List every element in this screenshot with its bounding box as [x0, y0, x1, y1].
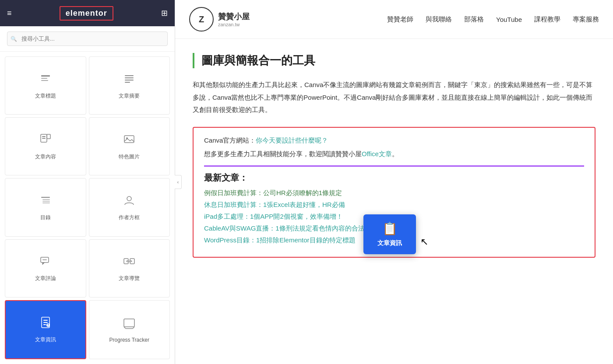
highlight-pre2: 想多更多生產力工具相關技能分享，歡迎閱讀贊贊小屋 [204, 150, 362, 158]
nav-item-部落格[interactable]: 部落格 [464, 15, 484, 24]
search-area [0, 26, 175, 52]
svg-rect-2 [41, 80, 48, 81]
widget-featured-image[interactable]: 特色圖片 [89, 117, 170, 175]
svg-rect-14 [42, 199, 50, 200]
collapse-panel-button[interactable]: ‹ [175, 175, 182, 189]
widget-article-nav[interactable]: 文章導覽 [89, 239, 170, 298]
purple-divider [204, 165, 584, 167]
logo-name: 贊贊小屋 [218, 11, 250, 22]
content-area: Z 贊贊小屋 zanzan.tw 贊贊老師與我聯絡部落格YouTube課程教學專… [175, 0, 613, 364]
article-link-item[interactable]: 休息日加班費計算：1張Excel表超好懂，HR必備 [204, 201, 345, 208]
grid-icon[interactable]: ⊞ [161, 8, 168, 18]
logo-circle: Z [189, 7, 214, 32]
widget-icon-article-info [39, 315, 53, 332]
nav-item-課程教學[interactable]: 課程教學 [534, 15, 560, 24]
elementor-header: ≡ elementor ⊞ [0, 0, 175, 26]
widget-label-article-content: 文章內容 [35, 153, 56, 161]
highlight-line2: 想多更多生產力工具相關技能分享，歡迎閱讀贊贊小屋Office文章。 [204, 150, 584, 158]
hamburger-icon[interactable]: ≡ [7, 9, 12, 18]
widget-label-article-nav: 文章導覽 [119, 275, 140, 282]
widget-article-comments[interactable]: 文章評論 [5, 239, 86, 298]
svg-rect-10 [47, 134, 50, 139]
widget-icon-progress-tracker [122, 316, 136, 333]
svg-rect-24 [43, 320, 48, 321]
svg-rect-0 [41, 75, 50, 77]
site-logo: Z 贊贊小屋 zanzan.tw [189, 7, 250, 32]
svg-rect-11 [124, 136, 134, 143]
widget-label-article-summary: 文章摘要 [119, 92, 140, 100]
highlight-line1: Canva官方網站：你今天要設計些什麼呢？ [204, 136, 584, 145]
widget-label-article-info: 文章資訊 [35, 336, 56, 343]
logo-letter: Z [199, 14, 204, 24]
widget-label-article-title: 文章標題 [35, 92, 56, 100]
widget-label-article-comments: 文章評論 [35, 275, 56, 282]
tooltip-label: 文章資訊 [377, 239, 402, 247]
svg-rect-1 [41, 78, 47, 79]
nav-item-與我聯絡[interactable]: 與我聯絡 [426, 15, 452, 24]
widget-author-box[interactable]: 作者方框 [89, 178, 170, 236]
widget-label-toc: 目錄 [40, 214, 51, 221]
article-title: 圖庫與簡報合一的工具 [193, 53, 595, 68]
widget-icon-article-comments [39, 254, 53, 271]
logo-sub: zanzan.tw [218, 22, 250, 27]
svg-rect-16 [42, 203, 50, 203]
widget-icon-article-title [39, 72, 53, 89]
highlight-post2: 。 [392, 150, 398, 158]
svg-point-17 [127, 196, 131, 201]
tooltip-icon: 📋 [382, 221, 398, 236]
svg-rect-3 [125, 75, 134, 76]
widget-progress-tracker[interactable]: Progress Tracker [89, 300, 170, 359]
widgets-grid: 文章標題 文章摘要 文章內容 特色圖片 目錄 作者方框 文章評論 文章導覽 文章… [0, 52, 175, 364]
svg-rect-19 [42, 259, 47, 260]
widget-label-author-box: 作者方框 [119, 214, 140, 221]
widget-article-content[interactable]: 文章內容 [5, 117, 86, 175]
svg-rect-15 [42, 201, 50, 202]
svg-rect-6 [125, 82, 130, 83]
widget-article-info[interactable]: 文章資訊 [5, 300, 86, 359]
elementor-panel: ≡ elementor ⊞ 文章標題 文章摘要 文章內容 特色圖片 目錄 作者方… [0, 0, 175, 364]
site-header: Z 贊贊小屋 zanzan.tw 贊贊老師與我聯絡部落格YouTube課程教學專… [175, 0, 613, 39]
widget-icon-article-content [39, 133, 53, 150]
widget-icon-article-nav [122, 254, 136, 271]
highlight-link1[interactable]: 你今天要設計些什麼呢？ [256, 136, 328, 144]
svg-rect-5 [125, 80, 134, 80]
highlight-link2[interactable]: Office文章 [362, 150, 392, 158]
widget-article-summary[interactable]: 文章摘要 [89, 56, 170, 115]
svg-rect-25 [43, 322, 48, 323]
nav-item-專案服務[interactable]: 專案服務 [573, 15, 599, 24]
highlight-pre1: Canva官方網站： [204, 136, 256, 144]
widget-icon-featured-image [122, 133, 136, 150]
search-input[interactable] [7, 32, 168, 46]
widget-icon-article-summary [122, 72, 136, 89]
svg-rect-9 [42, 138, 46, 139]
section-title: 最新文章： [204, 172, 584, 184]
nav-item-YouTube[interactable]: YouTube [496, 16, 522, 23]
widget-icon-toc [39, 193, 53, 210]
site-nav: 贊贊老師與我聯絡部落格YouTube課程教學專案服務 [387, 15, 599, 24]
widget-article-title[interactable]: 文章標題 [5, 56, 86, 115]
article-link-item[interactable]: iPad多工處理：1個APP開2個視窗，效率備增！ [204, 213, 343, 220]
widget-toc[interactable]: 目錄 [5, 178, 86, 236]
elementor-logo-box: elementor [60, 6, 113, 21]
article-link-item[interactable]: WordPress目錄：1招排除Elementor目錄的特定標題 [204, 236, 356, 244]
svg-rect-8 [42, 136, 46, 137]
svg-rect-4 [125, 77, 134, 78]
elementor-logo-text: elementor [66, 9, 107, 18]
svg-rect-30 [124, 319, 134, 327]
nav-item-贊贊老師[interactable]: 贊贊老師 [387, 15, 413, 24]
widget-label-featured-image: 特色圖片 [119, 153, 140, 161]
svg-rect-13 [41, 197, 50, 198]
article-body: 和其他類似功能的生產力工具比起來，Canva不像主流的圖庫網站有幾篇文章範例而言… [193, 79, 595, 116]
article-link-item[interactable]: 例假日加班費計算：公司HR必須瞭解的1條規定 [204, 189, 342, 196]
svg-rect-26 [43, 324, 46, 325]
floating-tooltip: 📋 文章資訊 [363, 214, 416, 254]
article-link-item[interactable]: CableAV與SWAG直播：1條刑法規定看色情內容的合法性 [204, 224, 371, 232]
widget-label-progress-tracker: Progress Tracker [109, 337, 149, 343]
widget-icon-author-box [122, 193, 136, 210]
svg-point-29 [48, 324, 49, 325]
